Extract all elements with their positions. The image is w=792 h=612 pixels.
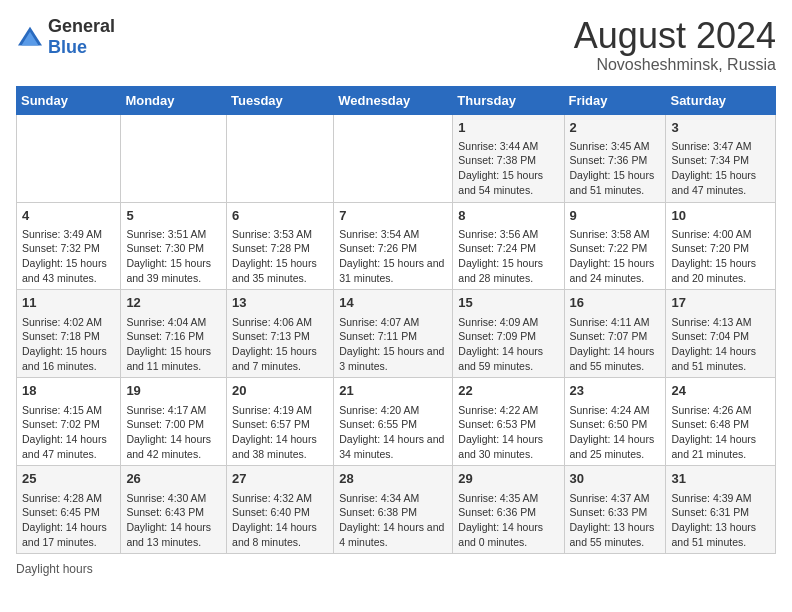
day-cell: 30Sunrise: 4:37 AM Sunset: 6:33 PM Dayli… [564, 466, 666, 554]
logo-icon [16, 25, 44, 49]
day-number: 20 [232, 382, 328, 400]
day-number: 19 [126, 382, 221, 400]
day-number: 5 [126, 207, 221, 225]
day-cell: 22Sunrise: 4:22 AM Sunset: 6:53 PM Dayli… [453, 378, 564, 466]
day-cell: 5Sunrise: 3:51 AM Sunset: 7:30 PM Daylig… [121, 202, 227, 290]
day-info: Sunrise: 4:00 AM Sunset: 7:20 PM Dayligh… [671, 227, 770, 286]
day-cell: 19Sunrise: 4:17 AM Sunset: 7:00 PM Dayli… [121, 378, 227, 466]
day-cell: 21Sunrise: 4:20 AM Sunset: 6:55 PM Dayli… [334, 378, 453, 466]
day-number: 15 [458, 294, 558, 312]
day-cell: 27Sunrise: 4:32 AM Sunset: 6:40 PM Dayli… [227, 466, 334, 554]
subtitle: Novosheshminsk, Russia [574, 56, 776, 74]
day-info: Sunrise: 4:30 AM Sunset: 6:43 PM Dayligh… [126, 491, 221, 550]
day-cell: 9Sunrise: 3:58 AM Sunset: 7:22 PM Daylig… [564, 202, 666, 290]
day-info: Sunrise: 4:22 AM Sunset: 6:53 PM Dayligh… [458, 403, 558, 462]
day-cell [227, 114, 334, 202]
day-cell: 29Sunrise: 4:35 AM Sunset: 6:36 PM Dayli… [453, 466, 564, 554]
day-number: 9 [570, 207, 661, 225]
day-cell: 6Sunrise: 3:53 AM Sunset: 7:28 PM Daylig… [227, 202, 334, 290]
day-info: Sunrise: 4:13 AM Sunset: 7:04 PM Dayligh… [671, 315, 770, 374]
day-cell: 31Sunrise: 4:39 AM Sunset: 6:31 PM Dayli… [666, 466, 776, 554]
day-number: 18 [22, 382, 115, 400]
day-number: 10 [671, 207, 770, 225]
week-row: 18Sunrise: 4:15 AM Sunset: 7:02 PM Dayli… [17, 378, 776, 466]
footer-label: Daylight hours [16, 562, 93, 576]
day-number: 14 [339, 294, 447, 312]
day-number: 29 [458, 470, 558, 488]
week-row: 11Sunrise: 4:02 AM Sunset: 7:18 PM Dayli… [17, 290, 776, 378]
header: General Blue August 2024 Novosheshminsk,… [16, 16, 776, 74]
day-cell: 26Sunrise: 4:30 AM Sunset: 6:43 PM Dayli… [121, 466, 227, 554]
logo: General Blue [16, 16, 115, 58]
logo-text: General Blue [48, 16, 115, 58]
day-number: 26 [126, 470, 221, 488]
header-day: Wednesday [334, 86, 453, 114]
day-info: Sunrise: 4:09 AM Sunset: 7:09 PM Dayligh… [458, 315, 558, 374]
day-number: 25 [22, 470, 115, 488]
day-cell: 20Sunrise: 4:19 AM Sunset: 6:57 PM Dayli… [227, 378, 334, 466]
day-number: 13 [232, 294, 328, 312]
day-cell: 8Sunrise: 3:56 AM Sunset: 7:24 PM Daylig… [453, 202, 564, 290]
day-number: 24 [671, 382, 770, 400]
day-info: Sunrise: 4:04 AM Sunset: 7:16 PM Dayligh… [126, 315, 221, 374]
day-number: 23 [570, 382, 661, 400]
day-info: Sunrise: 4:07 AM Sunset: 7:11 PM Dayligh… [339, 315, 447, 374]
day-cell: 23Sunrise: 4:24 AM Sunset: 6:50 PM Dayli… [564, 378, 666, 466]
day-number: 28 [339, 470, 447, 488]
day-info: Sunrise: 4:26 AM Sunset: 6:48 PM Dayligh… [671, 403, 770, 462]
week-row: 1Sunrise: 3:44 AM Sunset: 7:38 PM Daylig… [17, 114, 776, 202]
day-info: Sunrise: 4:11 AM Sunset: 7:07 PM Dayligh… [570, 315, 661, 374]
header-day: Tuesday [227, 86, 334, 114]
day-number: 6 [232, 207, 328, 225]
day-number: 27 [232, 470, 328, 488]
day-cell: 12Sunrise: 4:04 AM Sunset: 7:16 PM Dayli… [121, 290, 227, 378]
day-number: 21 [339, 382, 447, 400]
week-row: 25Sunrise: 4:28 AM Sunset: 6:45 PM Dayli… [17, 466, 776, 554]
day-cell [334, 114, 453, 202]
day-number: 7 [339, 207, 447, 225]
day-cell: 14Sunrise: 4:07 AM Sunset: 7:11 PM Dayli… [334, 290, 453, 378]
title-area: August 2024 Novosheshminsk, Russia [574, 16, 776, 74]
day-number: 3 [671, 119, 770, 137]
header-day: Saturday [666, 86, 776, 114]
header-row: SundayMondayTuesdayWednesdayThursdayFrid… [17, 86, 776, 114]
footer: Daylight hours [16, 562, 776, 576]
day-info: Sunrise: 4:39 AM Sunset: 6:31 PM Dayligh… [671, 491, 770, 550]
day-cell: 3Sunrise: 3:47 AM Sunset: 7:34 PM Daylig… [666, 114, 776, 202]
header-day: Thursday [453, 86, 564, 114]
day-number: 31 [671, 470, 770, 488]
logo-general: General [48, 16, 115, 36]
day-info: Sunrise: 4:32 AM Sunset: 6:40 PM Dayligh… [232, 491, 328, 550]
day-number: 8 [458, 207, 558, 225]
day-info: Sunrise: 3:49 AM Sunset: 7:32 PM Dayligh… [22, 227, 115, 286]
day-info: Sunrise: 3:45 AM Sunset: 7:36 PM Dayligh… [570, 139, 661, 198]
day-number: 12 [126, 294, 221, 312]
day-cell: 1Sunrise: 3:44 AM Sunset: 7:38 PM Daylig… [453, 114, 564, 202]
day-number: 4 [22, 207, 115, 225]
day-number: 17 [671, 294, 770, 312]
week-row: 4Sunrise: 3:49 AM Sunset: 7:32 PM Daylig… [17, 202, 776, 290]
day-info: Sunrise: 3:56 AM Sunset: 7:24 PM Dayligh… [458, 227, 558, 286]
calendar-table: SundayMondayTuesdayWednesdayThursdayFrid… [16, 86, 776, 555]
header-day: Friday [564, 86, 666, 114]
day-info: Sunrise: 4:17 AM Sunset: 7:00 PM Dayligh… [126, 403, 221, 462]
day-info: Sunrise: 4:35 AM Sunset: 6:36 PM Dayligh… [458, 491, 558, 550]
day-cell: 18Sunrise: 4:15 AM Sunset: 7:02 PM Dayli… [17, 378, 121, 466]
day-cell: 10Sunrise: 4:00 AM Sunset: 7:20 PM Dayli… [666, 202, 776, 290]
day-cell [121, 114, 227, 202]
day-info: Sunrise: 4:37 AM Sunset: 6:33 PM Dayligh… [570, 491, 661, 550]
day-info: Sunrise: 3:44 AM Sunset: 7:38 PM Dayligh… [458, 139, 558, 198]
day-cell: 24Sunrise: 4:26 AM Sunset: 6:48 PM Dayli… [666, 378, 776, 466]
day-number: 1 [458, 119, 558, 137]
day-number: 16 [570, 294, 661, 312]
day-info: Sunrise: 3:51 AM Sunset: 7:30 PM Dayligh… [126, 227, 221, 286]
day-info: Sunrise: 4:20 AM Sunset: 6:55 PM Dayligh… [339, 403, 447, 462]
header-day: Sunday [17, 86, 121, 114]
day-info: Sunrise: 4:34 AM Sunset: 6:38 PM Dayligh… [339, 491, 447, 550]
day-info: Sunrise: 3:47 AM Sunset: 7:34 PM Dayligh… [671, 139, 770, 198]
day-cell: 25Sunrise: 4:28 AM Sunset: 6:45 PM Dayli… [17, 466, 121, 554]
day-number: 22 [458, 382, 558, 400]
day-number: 11 [22, 294, 115, 312]
day-cell: 15Sunrise: 4:09 AM Sunset: 7:09 PM Dayli… [453, 290, 564, 378]
day-cell [17, 114, 121, 202]
